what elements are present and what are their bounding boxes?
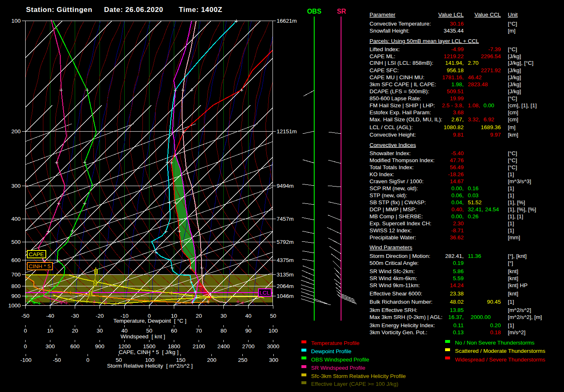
svg-text:[1], [%], [%]: [1], [%], [%] xyxy=(508,206,536,213)
svg-text:[J/kg]: [J/kg] xyxy=(508,81,521,87)
svg-text:[1], [%]: [1], [%] xyxy=(508,199,525,205)
svg-text:Temperature Profile: Temperature Profile xyxy=(311,340,360,346)
svg-text:50: 50 xyxy=(146,328,152,334)
svg-text:200: 200 xyxy=(11,128,21,135)
svg-text:[J/kg]: [J/kg] xyxy=(508,74,521,80)
svg-text:[1]: [1] xyxy=(508,192,514,198)
svg-text:0.00,: 0.00, xyxy=(451,213,464,220)
svg-text:CAPE ML:: CAPE ML: xyxy=(370,53,396,59)
svg-text:500: 500 xyxy=(11,239,21,245)
svg-text:0.26: 0.26 xyxy=(468,213,479,220)
svg-text:0.00,: 0.00, xyxy=(451,185,464,191)
svg-text:2: 2 xyxy=(94,281,96,286)
svg-text:[1]: [1] xyxy=(508,185,514,191)
svg-text:51.52: 51.52 xyxy=(468,199,482,205)
svg-text:20: 20 xyxy=(196,313,202,319)
svg-text:[km]: [km] xyxy=(508,132,518,138)
svg-text:47.76: 47.76 xyxy=(450,157,464,163)
svg-text:[knt]: [knt] xyxy=(508,290,518,297)
svg-text:Exp. Supercell Index CH:: Exp. Supercell Index CH: xyxy=(370,220,431,227)
svg-text:2.5 - 3.8,: 2.5 - 3.8, xyxy=(442,102,464,109)
svg-text:[cm]: [cm] xyxy=(508,116,518,123)
svg-text:CINH * 5: CINH * 5 xyxy=(28,263,50,269)
svg-text:20: 20 xyxy=(72,328,78,334)
svg-text:[°C]: [°C] xyxy=(508,164,517,170)
svg-text:SR Wind Sfc-2km:: SR Wind Sfc-2km: xyxy=(370,268,415,274)
svg-text:Widespread / Severe Thundersto: Widespread / Severe Thunderstorms xyxy=(455,357,545,363)
svg-text:Effective Layer (CAPE >= 100 J: Effective Layer (CAPE >= 100 J/kg) xyxy=(311,381,398,387)
svg-text:Snowfall Height:: Snowfall Height: xyxy=(370,28,410,34)
svg-text:[knt] HP: [knt] HP xyxy=(508,282,528,288)
svg-text:[m]: [m] xyxy=(508,28,516,34)
svg-text:3135m: 3135m xyxy=(277,272,294,278)
svg-text:-100: -100 xyxy=(20,357,31,363)
svg-text:900: 900 xyxy=(95,343,104,349)
svg-text:24.54: 24.54 xyxy=(485,206,499,213)
svg-text:2700: 2700 xyxy=(242,343,254,349)
svg-text:600: 600 xyxy=(70,343,80,349)
svg-text:30.16: 30.16 xyxy=(450,21,464,27)
svg-text:3km Effective SRH:: 3km Effective SRH: xyxy=(370,307,417,313)
svg-text:7457m: 7457m xyxy=(277,216,294,222)
svg-text:[m]: [m] xyxy=(508,124,516,130)
svg-text:100: 100 xyxy=(11,18,21,24)
svg-text:1689.36: 1689.36 xyxy=(481,124,501,130)
svg-text:Dewpoint Profile: Dewpoint Profile xyxy=(311,348,352,354)
svg-text:14.24: 14.24 xyxy=(450,282,464,288)
svg-text:0.18: 0.18 xyxy=(490,329,501,335)
svg-text:Precipitable Water:: Precipitable Water: xyxy=(370,234,416,241)
svg-text:Total Totals Index:: Total Totals Index: xyxy=(370,164,414,170)
svg-text:Convective Height:: Convective Height: xyxy=(370,132,416,138)
svg-text:1500: 1500 xyxy=(143,343,155,349)
svg-text:9.97: 9.97 xyxy=(490,132,501,138)
svg-text:CINH | LSI (LCL: 858mB):: CINH | LSI (LCL: 858mB): xyxy=(370,60,434,66)
svg-text:30: 30 xyxy=(220,313,227,319)
svg-text:2823.48: 2823.48 xyxy=(468,81,488,87)
svg-text:9.81: 9.81 xyxy=(453,132,464,138)
svg-text:CAPE MU | CINH MU:: CAPE MU | CINH MU: xyxy=(370,74,424,80)
svg-text:Time: 1400Z: Time: 1400Z xyxy=(179,6,223,14)
svg-text:141.94,: 141.94, xyxy=(445,60,464,66)
svg-text:Max. Hail Size (OLD, MU, IL):: Max. Hail Size (OLD, MU, IL): xyxy=(370,116,442,123)
svg-text:3: 3 xyxy=(95,269,97,274)
svg-text:Sfc-3km Storm Relative Helicit: Sfc-3km Storm Relative Helicity Profile xyxy=(311,373,406,379)
svg-text:[cm]: [cm] xyxy=(508,109,518,116)
svg-text:SR Wind 4km-6km:: SR Wind 4km-6km: xyxy=(370,275,417,281)
svg-text:[°C]: [°C] xyxy=(508,21,517,27)
svg-text:2400: 2400 xyxy=(217,343,230,349)
svg-text:Parcels: Using 50mB mean layer: Parcels: Using 50mB mean layer LCL + CCL xyxy=(370,38,479,44)
svg-text:Convective Temperature:: Convective Temperature: xyxy=(370,21,431,27)
svg-text:50: 50 xyxy=(116,357,122,363)
svg-text:0.13: 0.13 xyxy=(453,329,464,335)
svg-text:0.04,: 0.04, xyxy=(451,199,464,205)
svg-text:Max 3km SRH (0-2km) | AGL:: Max 3km SRH (0-2km) | AGL: xyxy=(370,314,443,320)
svg-text:[°], [knt]: [°], [knt] xyxy=(508,253,527,259)
svg-text:[1]: [1] xyxy=(508,171,514,177)
svg-text:OBS Windspeed Profile: OBS Windspeed Profile xyxy=(311,357,370,363)
svg-text:3.32,: 3.32, xyxy=(468,116,480,123)
svg-text:[knt]: [knt] xyxy=(508,275,518,281)
svg-text:13.85: 13.85 xyxy=(450,307,464,313)
svg-text:5.59: 5.59 xyxy=(453,275,464,281)
svg-text:Storm Relative Helicity [ m^2: Storm Relative Helicity [ m^2/s^2 ] xyxy=(107,363,193,369)
svg-text:[m^3/s^3]: [m^3/s^3] xyxy=(508,178,531,184)
svg-text:56.49: 56.49 xyxy=(450,164,464,170)
svg-text:46.42: 46.42 xyxy=(468,74,482,80)
svg-text:509.51: 509.51 xyxy=(447,88,464,94)
svg-text:LCL / CCL (AGL):: LCL / CCL (AGL): xyxy=(370,124,413,130)
svg-text:9494m: 9494m xyxy=(277,183,294,189)
svg-text:[°C]: [°C] xyxy=(508,46,517,52)
svg-text:Station: Güttingen: Station: Güttingen xyxy=(26,6,92,14)
svg-text:10: 10 xyxy=(47,328,53,334)
svg-text:Unit: Unit xyxy=(508,12,518,18)
svg-text:-8.71: -8.71 xyxy=(451,227,464,234)
svg-text:0.19: 0.19 xyxy=(453,260,464,266)
svg-text:Value CCL: Value CCL xyxy=(474,12,501,18)
svg-text:STP (new, old):: STP (new, old): xyxy=(370,192,407,198)
svg-text:0: 0 xyxy=(24,343,27,349)
svg-text:80: 80 xyxy=(220,328,227,334)
svg-text:850-600 Lapse Rate:: 850-600 Lapse Rate: xyxy=(370,95,421,102)
svg-text:SB STP (fix) | CWASP:: SB STP (fix) | CWASP: xyxy=(370,199,426,205)
svg-text:200: 200 xyxy=(207,357,216,363)
svg-text:[°]: [°] xyxy=(508,260,513,266)
